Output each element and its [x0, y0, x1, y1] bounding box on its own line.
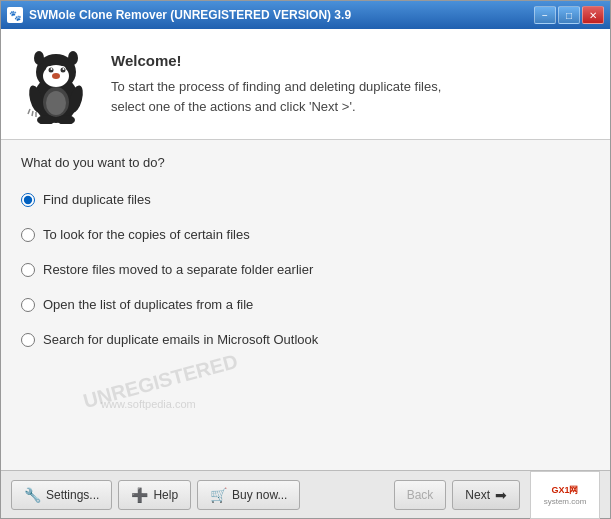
back-button[interactable]: Back — [394, 480, 447, 510]
bottom-bar: 🔧 Settings... ➕ Help 🛒 Buy now... Back N… — [1, 470, 610, 518]
radio-label-4: Open the list of duplicates from a file — [43, 297, 253, 312]
window-title: SWMole Clone Remover (UNREGISTERED VERSI… — [29, 8, 351, 22]
main-area: What do you want to do? Find duplicate f… — [1, 140, 610, 470]
next-label: Next — [465, 488, 490, 502]
radio-label-5: Search for duplicate emails in Microsoft… — [43, 332, 318, 347]
svg-point-7 — [51, 68, 53, 70]
title-bar: 🐾 SWMole Clone Remover (UNREGISTERED VER… — [1, 1, 610, 29]
options-wrapper: What do you want to do? Find duplicate f… — [1, 140, 610, 470]
svg-point-8 — [63, 68, 65, 70]
content-area: Welcome! To start the process of finding… — [1, 29, 610, 518]
welcome-title: Welcome! — [111, 52, 590, 69]
radio-input-3[interactable] — [21, 263, 35, 277]
svg-point-9 — [52, 73, 60, 79]
app-icon: 🐾 — [7, 7, 23, 23]
close-button[interactable]: ✕ — [582, 6, 604, 24]
title-buttons: − □ ✕ — [534, 6, 604, 24]
welcome-desc: To start the process of finding and dele… — [111, 77, 590, 116]
logo-main: GX1网 — [551, 484, 578, 497]
radio-label-2: To look for the copies of certain files — [43, 227, 250, 242]
buy-now-button[interactable]: 🛒 Buy now... — [197, 480, 300, 510]
welcome-panel: Welcome! To start the process of finding… — [1, 29, 610, 140]
welcome-text: Welcome! To start the process of finding… — [111, 52, 590, 116]
svg-line-18 — [28, 109, 30, 114]
logo-sub: system.com — [544, 497, 587, 506]
radio-input-1[interactable] — [21, 193, 35, 207]
radio-input-2[interactable] — [21, 228, 35, 242]
main-window: 🐾 SWMole Clone Remover (UNREGISTERED VER… — [0, 0, 611, 519]
title-bar-left: 🐾 SWMole Clone Remover (UNREGISTERED VER… — [7, 7, 351, 23]
help-button[interactable]: ➕ Help — [118, 480, 191, 510]
settings-button[interactable]: 🔧 Settings... — [11, 480, 112, 510]
mascot-image — [21, 44, 91, 124]
radio-option-2[interactable]: To look for the copies of certain files — [21, 219, 590, 250]
svg-point-10 — [34, 51, 44, 65]
welcome-line1: To start the process of finding and dele… — [111, 79, 441, 94]
svg-point-11 — [68, 51, 78, 65]
maximize-button[interactable]: □ — [558, 6, 580, 24]
radio-label-1: Find duplicate files — [43, 192, 151, 207]
svg-point-15 — [46, 91, 66, 115]
radio-option-4[interactable]: Open the list of duplicates from a file — [21, 289, 590, 320]
back-label: Back — [407, 488, 434, 502]
next-icon: ➡ — [495, 487, 507, 503]
help-label: Help — [153, 488, 178, 502]
minimize-button[interactable]: − — [534, 6, 556, 24]
buy-icon: 🛒 — [210, 487, 227, 503]
svg-line-19 — [32, 111, 33, 116]
welcome-line2: select one of the actions and click 'Nex… — [111, 99, 356, 114]
settings-label: Settings... — [46, 488, 99, 502]
radio-input-4[interactable] — [21, 298, 35, 312]
radio-option-3[interactable]: Restore files moved to a separate folder… — [21, 254, 590, 285]
radio-option-1[interactable]: Find duplicate files — [21, 184, 590, 215]
settings-icon: 🔧 — [24, 487, 41, 503]
radio-label-3: Restore files moved to a separate folder… — [43, 262, 313, 277]
next-button[interactable]: Next ➡ — [452, 480, 520, 510]
radio-option-5[interactable]: Search for duplicate emails in Microsoft… — [21, 324, 590, 355]
question-label: What do you want to do? — [21, 155, 590, 170]
logo-area: GX1网 system.com — [530, 471, 600, 519]
buy-label: Buy now... — [232, 488, 287, 502]
radio-input-5[interactable] — [21, 333, 35, 347]
help-icon: ➕ — [131, 487, 148, 503]
